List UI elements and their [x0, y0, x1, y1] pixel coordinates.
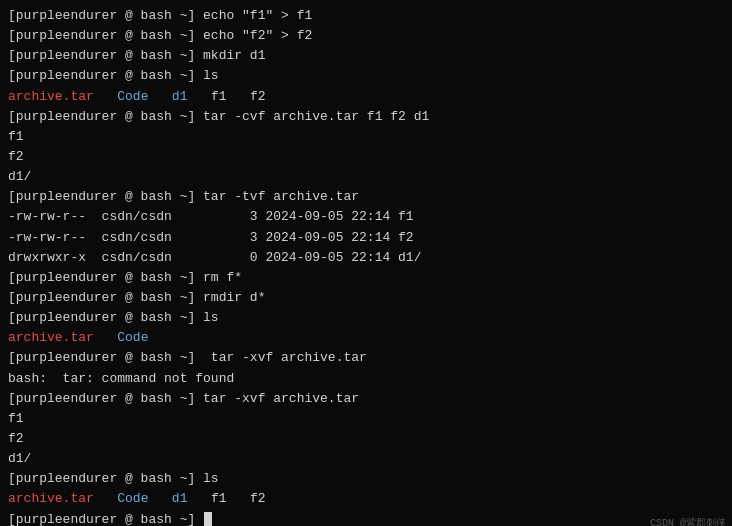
cmd-11: tar -xvf archive.tar — [195, 391, 359, 406]
ls-space-4 — [226, 89, 249, 104]
cmd-6: tar -tvf archive.tar — [195, 189, 359, 204]
watermark: CSDN @紫郡刺侠 — [650, 516, 726, 526]
ls-f1-1: f1 — [211, 89, 227, 104]
tar-out-1: f1 — [8, 127, 724, 147]
line-6: [purpleendurer @ bash ~] tar -tvf archiv… — [8, 187, 724, 207]
ls-space-3 — [187, 89, 210, 104]
cmd-7: rm f* — [195, 270, 242, 285]
tar-out-3: d1/ — [8, 167, 724, 187]
cmd-10: tar -xvf archive.tar — [195, 350, 367, 365]
ls-code-2: Code — [117, 330, 148, 345]
ls-space-1 — [94, 89, 117, 104]
ls-archive-2: archive.tar — [8, 330, 94, 345]
cmd-final — [195, 512, 203, 526]
prompt-5: [purpleendurer @ bash ~] — [8, 109, 195, 124]
tvf-out-1: -rw-rw-r-- csdn/csdn 3 2024-09-05 22:14 … — [8, 207, 724, 227]
line-4: [purpleendurer @ bash ~] ls — [8, 66, 724, 86]
prompt-8: [purpleendurer @ bash ~] — [8, 290, 195, 305]
line-9: [purpleendurer @ bash ~] ls — [8, 308, 724, 328]
ls-f1-3: f1 — [211, 491, 227, 506]
cmd-3: mkdir d1 — [195, 48, 265, 63]
ls-output-1: archive.tar Code d1 f1 f2 — [8, 87, 724, 107]
prompt-4: [purpleendurer @ bash ~] — [8, 68, 195, 83]
ls-code-1: Code — [117, 89, 148, 104]
line-1: [purpleendurer @ bash ~] echo "f1" > f1 — [8, 6, 724, 26]
line-3: [purpleendurer @ bash ~] mkdir d1 — [8, 46, 724, 66]
tvf-out-3: drwxrwxr-x csdn/csdn 0 2024-09-05 22:14 … — [8, 248, 724, 268]
xvf-out-3: d1/ — [8, 449, 724, 469]
line-final: [purpleendurer @ bash ~] — [8, 510, 724, 526]
line-2: [purpleendurer @ bash ~] echo "f2" > f2 — [8, 26, 724, 46]
ls-d1-1: d1 — [172, 89, 188, 104]
line-11: [purpleendurer @ bash ~] tar -xvf archiv… — [8, 389, 724, 409]
xvf-out-2: f2 — [8, 429, 724, 449]
error-line: bash: tar: command not found — [8, 369, 724, 389]
line-12: [purpleendurer @ bash ~] ls — [8, 469, 724, 489]
prompt-3: [purpleendurer @ bash ~] — [8, 48, 195, 63]
prompt-2: [purpleendurer @ bash ~] — [8, 28, 195, 43]
cmd-5: tar -cvf archive.tar f1 f2 d1 — [195, 109, 429, 124]
xvf-out-1: f1 — [8, 409, 724, 429]
prompt-6: [purpleendurer @ bash ~] — [8, 189, 195, 204]
tar-out-2: f2 — [8, 147, 724, 167]
cmd-1: echo "f1" > f1 — [195, 8, 312, 23]
prompt-9: [purpleendurer @ bash ~] — [8, 310, 195, 325]
prompt-10: [purpleendurer @ bash ~] — [8, 350, 195, 365]
prompt-1: [purpleendurer @ bash ~] — [8, 8, 195, 23]
line-5: [purpleendurer @ bash ~] tar -cvf archiv… — [8, 107, 724, 127]
prompt-12: [purpleendurer @ bash ~] — [8, 471, 195, 486]
cmd-2: echo "f2" > f2 — [195, 28, 312, 43]
tvf-out-2: -rw-rw-r-- csdn/csdn 3 2024-09-05 22:14 … — [8, 228, 724, 248]
cmd-9: ls — [195, 310, 218, 325]
prompt-11: [purpleendurer @ bash ~] — [8, 391, 195, 406]
ls-output-2: archive.tar Code — [8, 328, 724, 348]
terminal: [purpleendurer @ bash ~] echo "f1" > f1 … — [0, 0, 732, 526]
ls-archive-3: archive.tar — [8, 491, 94, 506]
line-8: [purpleendurer @ bash ~] rmdir d* — [8, 288, 724, 308]
cmd-8: rmdir d* — [195, 290, 265, 305]
prompt-final: [purpleendurer @ bash ~] — [8, 512, 195, 526]
ls-d1-3: d1 — [172, 491, 188, 506]
prompt-7: [purpleendurer @ bash ~] — [8, 270, 195, 285]
ls-space-2 — [148, 89, 171, 104]
cursor — [204, 512, 212, 526]
line-10: [purpleendurer @ bash ~] tar -xvf archiv… — [8, 348, 724, 368]
line-7: [purpleendurer @ bash ~] rm f* — [8, 268, 724, 288]
ls-f2-1: f2 — [250, 89, 266, 104]
cmd-4: ls — [195, 68, 218, 83]
ls-output-3: archive.tar Code d1 f1 f2 — [8, 489, 724, 509]
cmd-12: ls — [195, 471, 218, 486]
ls-f2-3: f2 — [250, 491, 266, 506]
ls-code-3: Code — [117, 491, 148, 506]
ls-archive-1: archive.tar — [8, 89, 94, 104]
